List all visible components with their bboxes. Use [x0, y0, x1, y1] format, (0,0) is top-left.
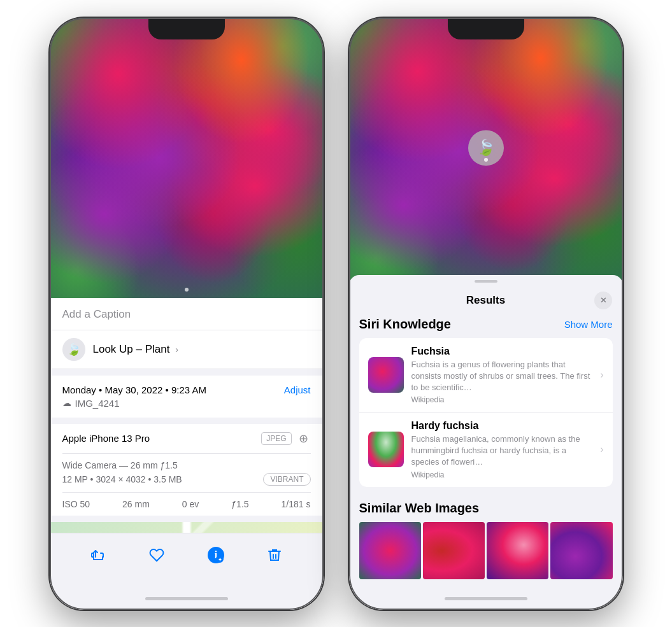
phone-1-screen: Add a Caption 🍃 Look Up – Plant › Monday…	[50, 18, 324, 610]
phone-2-screen: 🍃 Results ✕ Siri Knowledge Show More	[349, 18, 623, 610]
map-thumbnail[interactable]	[50, 522, 324, 533]
svg-rect-0	[92, 553, 94, 557]
iso-row: ISO 50 26 mm 0 ev ƒ1.5 1/181 s	[62, 493, 311, 516]
aperture-value: ƒ1.5	[231, 499, 248, 509]
home-indicator-2	[349, 588, 623, 610]
similar-image-4[interactable]	[550, 522, 612, 579]
ev-value: 0 ev	[182, 499, 199, 509]
map-roads	[50, 522, 324, 533]
photo-area-1	[50, 18, 324, 298]
lens-spec: Wide Camera — 26 mm ƒ1.5	[62, 460, 311, 470]
hardy-fuchsia-description: Fuchsia magellanica, commonly known as t…	[411, 433, 596, 468]
meta-date: Monday • May 30, 2022 • 9:23 AM	[62, 384, 206, 395]
fuchsia-description: Fuchsia is a genus of flowering plants t…	[411, 359, 596, 394]
lookup-chevron: ›	[175, 344, 178, 355]
siri-knowledge-title: Siri Knowledge	[359, 317, 451, 332]
similar-images-title: Similar Web Images	[359, 501, 613, 516]
similar-image-2[interactable]	[423, 522, 485, 579]
home-bar-2	[445, 597, 527, 600]
hardy-fuchsia-chevron-icon: ›	[600, 444, 603, 455]
device-row: Apple iPhone 13 Pro JPEG ⊕	[62, 424, 311, 454]
results-header: Results ✕	[349, 288, 623, 317]
delete-button[interactable]	[261, 541, 289, 569]
shutter-value: 1/181 s	[282, 499, 311, 509]
toolbar-1: i ✦	[50, 533, 324, 588]
format-badge: JPEG	[261, 432, 291, 445]
siri-header: Siri Knowledge Show More	[359, 317, 613, 332]
hardy-fuchsia-name: Hardy fuchsia	[411, 420, 596, 432]
device-name: Apple iPhone 13 Pro	[62, 433, 150, 444]
hardy-fuchsia-source: Wikipedia	[411, 470, 596, 479]
drag-handle[interactable]	[475, 280, 497, 283]
fuchsia-name: Fuchsia	[411, 346, 596, 357]
cloud-icon: ☁	[62, 398, 71, 408]
device-badges: JPEG ⊕	[261, 432, 310, 446]
favorite-button[interactable]	[143, 541, 171, 569]
notch-2	[448, 18, 524, 39]
similar-image-3[interactable]	[487, 522, 548, 579]
close-results-button[interactable]: ✕	[594, 292, 612, 309]
similar-images-grid	[359, 522, 613, 579]
hardy-fuchsia-thumbnail	[368, 432, 404, 467]
home-bar-1	[145, 597, 228, 600]
fuchsia-info: Fuchsia Fuchsia is a genus of flowering …	[411, 346, 596, 405]
content-area-1: Add a Caption 🍃 Look Up – Plant › Monday…	[50, 298, 324, 533]
vibrant-badge: VIBRANT	[263, 473, 310, 486]
visual-lookup-dot	[484, 158, 488, 162]
leaf-icon: 🍃	[67, 342, 81, 356]
meta-filename: ☁ IMG_4241	[62, 398, 311, 409]
info-button[interactable]: i ✦	[202, 541, 230, 569]
lookup-row[interactable]: 🍃 Look Up – Plant ›	[50, 330, 324, 369]
page-indicator	[185, 288, 189, 292]
siri-knowledge-card: Fuchsia Fuchsia is a genus of flowering …	[359, 338, 613, 487]
show-more-button[interactable]: Show More	[564, 319, 613, 330]
iso-value: ISO 50	[62, 499, 90, 509]
fuchsia-chevron-icon: ›	[600, 369, 603, 381]
caption-field[interactable]: Add a Caption	[50, 298, 324, 330]
meta-section: Monday • May 30, 2022 • 9:23 AM Adjust ☁…	[50, 376, 324, 418]
fuchsia-source: Wikipedia	[411, 395, 596, 404]
resolution-spec: 12 MP • 3024 × 4032 • 3.5 MB	[62, 474, 182, 484]
phones-container: Add a Caption 🍃 Look Up – Plant › Monday…	[37, 5, 636, 623]
similar-image-1[interactable]	[359, 522, 421, 579]
phone-2: 🍃 Results ✕ Siri Knowledge Show More	[349, 18, 623, 610]
location-icon: ⊕	[297, 432, 311, 446]
resolution-row: 12 MP • 3024 × 4032 • 3.5 MB VIBRANT	[62, 473, 311, 486]
notch	[148, 18, 225, 39]
home-indicator-1	[50, 588, 324, 610]
flower-photo	[50, 18, 324, 298]
adjust-button[interactable]: Adjust	[284, 384, 311, 395]
siri-item-hardy-fuchsia[interactable]: Hardy fuchsia Fuchsia magellanica, commo…	[359, 412, 613, 487]
device-section: Apple iPhone 13 Pro JPEG ⊕ Wide Camera —…	[50, 424, 324, 516]
siri-knowledge-section: Siri Knowledge Show More Fuchsia Fuchsia…	[349, 317, 623, 493]
results-panel: Results ✕ Siri Knowledge Show More Fuchs…	[349, 275, 623, 588]
photo-area-2: 🍃	[349, 18, 623, 285]
share-button[interactable]	[84, 541, 112, 569]
lookup-icon-circle: 🍃	[62, 338, 85, 361]
mm-value: 26 mm	[122, 499, 150, 509]
camera-specs: Wide Camera — 26 mm ƒ1.5 12 MP • 3024 × …	[62, 454, 311, 493]
hardy-fuchsia-info: Hardy fuchsia Fuchsia magellanica, commo…	[411, 420, 596, 479]
similar-web-images-section: Similar Web Images	[349, 493, 623, 579]
meta-date-row: Monday • May 30, 2022 • 9:23 AM Adjust	[62, 384, 311, 395]
results-title: Results	[466, 294, 505, 307]
siri-item-fuchsia[interactable]: Fuchsia Fuchsia is a genus of flowering …	[359, 338, 613, 412]
svg-text:✦: ✦	[217, 557, 222, 563]
phone-1: Add a Caption 🍃 Look Up – Plant › Monday…	[50, 18, 324, 610]
lookup-text: Look Up – Plant ›	[93, 343, 178, 356]
fuchsia-thumbnail	[368, 357, 404, 393]
caption-placeholder: Add a Caption	[62, 308, 131, 320]
